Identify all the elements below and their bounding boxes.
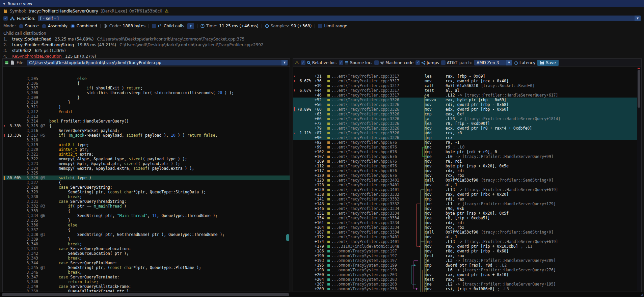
source-line[interactable]: 3,328 case ServerQueryString: [3, 185, 290, 190]
source-line[interactable]: 3,325 [3, 171, 290, 176]
horizontal-scrollbar[interactable] [0, 292, 644, 297]
assembly-line[interactable]: +79...ent\TracyProfiler.cpp:3326movecx, … [293, 126, 641, 131]
source-line[interactable]: 13.33%3,317@5 if( !m_sock->Read( &payloa… [3, 133, 290, 138]
assembly-line[interactable]: +164...ent\TracyProfiler.cpp:3334movrcx,… [293, 225, 641, 230]
source-line[interactable]: 3,332@3 if( ptr == m_mainThread ) [3, 204, 290, 209]
source-line[interactable]: 3,327 { [3, 180, 290, 185]
titlebar[interactable]: ▼ Source view [0, 0, 644, 7]
assembly-line[interactable]: 78.89%+60...ent\TracyProfiler.cpp:3326mo… [293, 107, 641, 112]
source-line[interactable]: 3,334@6 SendString( ptr, "Main thread", … [3, 213, 290, 218]
assembly-line[interactable]: +120...ent\TracyProfiler.hpp:676movrcx, … [293, 173, 641, 178]
source-vertical-scrollbar[interactable] [286, 234, 289, 241]
assembly-line[interactable]: +52...ent\TracyProfiler.cpp:3326movzxeax… [293, 98, 641, 102]
assembly-line[interactable]: 1.11%+87...ent\TracyProfiler.cpp:3326add… [293, 131, 641, 135]
assembly-line[interactable]: +143...ent\TracyProfiler.cpp:3332jne.L1-… [293, 201, 641, 206]
limit-range-toggle[interactable]: Limit range [318, 24, 347, 28]
source-line[interactable]: 3,340 break; [3, 242, 290, 246]
assembly-line[interactable]: +107...ent\TracyProfiler.hpp:676jne.L0->… [293, 154, 641, 159]
source-line[interactable]: 3,336 else [3, 223, 290, 227]
source-line[interactable]: 3,307 if( shouldExit ) return; [3, 86, 290, 90]
function-combo[interactable]: [ - self - ] ▼ [38, 16, 641, 21]
assembly-line[interactable]: +204...ommon\TracySystem.cpp:203testrax,… [293, 277, 641, 282]
source-loc-toggle[interactable]: Source loc. [339, 60, 372, 65]
assembly-line[interactable]: +207...ommon\TracySystem.cpp:203jne.L2->… [293, 282, 641, 287]
assembly-line[interactable]: +92...ent\TracyProfiler.hpp:676movr9, -1 [293, 140, 641, 145]
assembly-line[interactable]: +186...ommon\TracySystem.cpp:197movr8d, … [293, 249, 641, 253]
source-line[interactable]: 3,337 { [3, 227, 290, 232]
collapse-arrow-icon[interactable]: ▼ [3, 2, 5, 5]
assembly-line[interactable]: +123...ent\TracyProfiler.cpp:3401call0x7… [293, 178, 641, 183]
source-line[interactable]: 3,309 } [3, 95, 290, 100]
go-to-parent-button[interactable] [187, 23, 194, 29]
assembly-line[interactable]: 6.67%+44...ent\TracyProfiler.cpp:3317tes… [293, 88, 641, 93]
mode-radio-source[interactable]: Source [19, 24, 39, 28]
file-combo[interactable]: C:\Users\wolf\Desktop\darkrl\contrib\tra… [27, 60, 288, 65]
source-line[interactable]: 3,335 } [3, 218, 290, 223]
source-line[interactable]: 3,308 std::this_thread::sleep_for( std::… [3, 90, 290, 95]
child-calls-toggle[interactable]: Child calls [152, 24, 184, 28]
mode-radio-assembly[interactable]: Assembly [42, 24, 68, 28]
chevron-down-icon[interactable]: ▼ [506, 60, 512, 65]
function-checkbox[interactable] [3, 16, 8, 21]
assembly-scrollbar[interactable] [637, 67, 641, 291]
source-line[interactable]: 3,311 } [3, 105, 290, 109]
assembly-line[interactable]: +174...ent\TracyProfiler.cpp:3401jmp.L13… [293, 239, 641, 244]
assembly-line[interactable]: +179....31103\include\atomic:1048movrax,… [293, 244, 641, 249]
source-line[interactable]: 3,342 SendSourceLocation( ptr ); [3, 251, 290, 256]
assembly-line[interactable]: +72...ent\TracyProfiler.cpp:3326lear8, [… [293, 121, 641, 126]
save-button[interactable]: Save [537, 60, 558, 66]
assembly-line[interactable]: +112...ent\TracyProfiler.hpp:676movbyte … [293, 164, 641, 168]
assembly-line[interactable]: +209...ommon\TracySystem.cpp:258movrsi, … [293, 287, 641, 291]
child-call-row[interactable]: 2.tracy::Profiler::SendLongString19.88 m… [0, 42, 644, 48]
assembly-line[interactable]: +99...ent\TracyProfiler.hpp:676incr9; .L… [293, 145, 641, 150]
machine-code-toggle[interactable]: Machine code [374, 60, 413, 65]
source-line[interactable]: 3,316 ServerQueryPacket payload; [3, 128, 290, 133]
source-line[interactable]: 3,346 break; [3, 270, 290, 275]
assembly-line[interactable]: +161...ent\TracyProfiler.cpp:3334movrdx,… [293, 220, 641, 225]
assembly-line[interactable]: +141...ent\TracyProfiler.cpp:3332cmprdi,… [293, 197, 641, 201]
assembly-line[interactable]: +63...ent\TracyProfiler.cpp:3326cmpeax, … [293, 112, 641, 116]
assembly-line[interactable]: +130...ent\TracyProfiler.cpp:3401jmp.L13… [293, 187, 641, 192]
relative-loc-toggle[interactable]: Relative loc. [301, 60, 337, 65]
source-line[interactable]: 3,331 case ServerQueryThreadString: [3, 199, 290, 204]
source-line[interactable]: 3,350 QueueCallstackFrame( ptr ); [3, 289, 290, 292]
scrollbar-thumb[interactable] [638, 70, 640, 108]
assembly-line[interactable]: +39...ent\TracyProfiler.cpp:3317call0x7f… [293, 83, 641, 88]
assembly-line[interactable]: +46...ent\TracyProfiler.cpp:3317je.L12->… [293, 93, 641, 98]
source-line[interactable]: 3,345@1 SendString( ptr, (const char*)pt… [3, 265, 290, 270]
source-line[interactable]: 3.33%3,315@7{ [3, 124, 290, 128]
assembly-line[interactable]: +193...ommon\TracySystem.cpp:197je.L3-> … [293, 258, 641, 263]
assembly-line[interactable]: +195...ommon\TracySystem.cpp:199cmpdword… [293, 263, 641, 268]
chevron-down-icon[interactable]: ▼ [281, 60, 288, 65]
source-line[interactable]: 3,305 else [3, 76, 290, 81]
assembly-line[interactable]: +190...ommon\TracySystem.cpp:197testrax,… [293, 253, 641, 258]
source-line[interactable]: 3,320 uint64_t ptr; [3, 147, 290, 152]
assembly-line[interactable]: +109...ent\TracyProfiler.hpp:676movr8, r… [293, 159, 641, 164]
source-line[interactable]: 3,338@1 SendString( ptr, GetThreadName( … [3, 232, 290, 237]
assembly-line[interactable]: +200...ommon\TracySystem.cpp:203movrax, … [293, 272, 641, 277]
jumps-toggle[interactable]: Jumps [415, 60, 439, 65]
assembly-line[interactable]: +216...ommon\TracySystem.cpp:258testrsi,… [293, 291, 641, 292]
assembly-line[interactable]: +172...ent\TracyProfiler.cpp:3401moval, … [293, 235, 641, 239]
source-line[interactable]: 3,313 [3, 114, 290, 119]
source-line[interactable]: 3,321 uint32_t extra; [3, 152, 290, 157]
assembly-line[interactable]: +151...ent\TracyProfiler.cpp:3334movbyte… [293, 211, 641, 216]
source-line[interactable]: 3,322 memcpy( &type, &payload.type, size… [3, 157, 290, 161]
assembly-line[interactable]: +102...ent\TracyProfiler.hpp:676cmpbyte … [293, 150, 641, 154]
source-line[interactable]: 80.00%3,326@9 switch( type ) [3, 176, 290, 180]
assembly-line[interactable]: 6.67%+36...ent\TracyProfiler.cpp:3317mov… [293, 79, 641, 83]
child-call-row[interactable]: 1.tracy::Socket::Read25.25 ms (54.89%)C:… [0, 36, 644, 42]
resize-grip[interactable] [640, 293, 643, 296]
child-call-row[interactable]: 4.KeSynchronizeExecution125 μs (0.27%) [0, 53, 644, 58]
assembly-line[interactable]: +146...ent\TracyProfiler.cpp:3334movr9d,… [293, 206, 641, 211]
chevron-down-icon[interactable]: ▼ [635, 16, 641, 21]
source-line[interactable]: 3,323 memcpy( &ptr, &payload.ptr, sizeof… [3, 161, 290, 166]
assembly-line[interactable]: +56...ent\TracyProfiler.cpp:3326movrdi, … [293, 102, 641, 107]
source-line[interactable]: 3,324 memcpy( &extra, &payload.extra, si… [3, 166, 290, 171]
latency-toggle[interactable]: Latency [514, 60, 535, 65]
source-line[interactable]: 3,318 [3, 138, 290, 142]
assembly-line[interactable]: +31...ent\TracyProfiler.cpp:3317learax, … [293, 74, 641, 79]
source-line[interactable]: 3,339 } [3, 237, 290, 242]
source-line[interactable]: 3,329 SendString( ptr, (const char*)ptr,… [3, 190, 290, 194]
source-line[interactable]: 3,310 } [3, 100, 290, 105]
